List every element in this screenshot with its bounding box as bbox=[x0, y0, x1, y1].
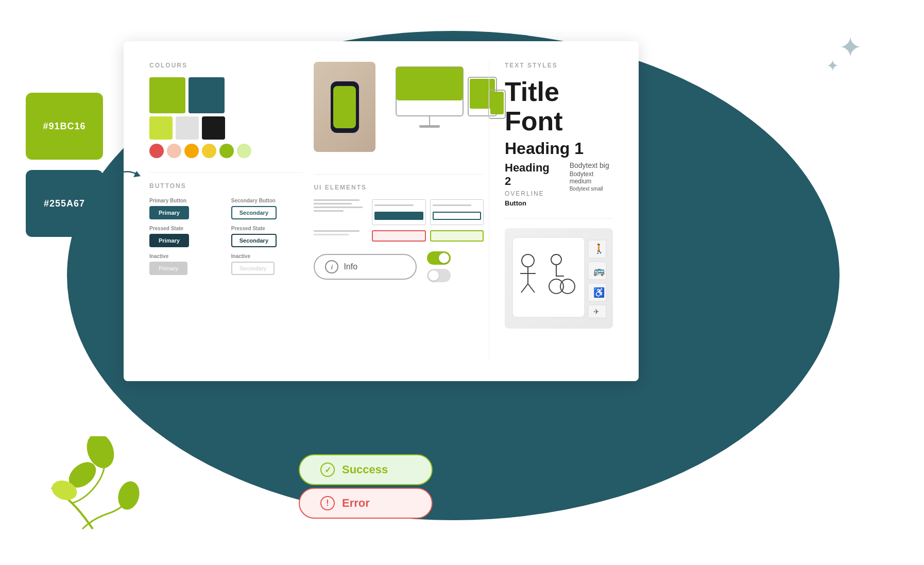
swatch-lightgreen-med bbox=[149, 116, 173, 140]
divider-3 bbox=[505, 218, 613, 219]
svg-text:🚌: 🚌 bbox=[593, 265, 605, 277]
toggle-off-knob bbox=[429, 270, 439, 281]
ui-filled-field-col bbox=[372, 199, 426, 225]
colour-swatches-medium-row bbox=[149, 116, 303, 140]
buttons-section: BUTTONS Primary Button Primary Secondary… bbox=[149, 182, 303, 275]
text-styles-lower: Heading 2 OVERLINE Button Bodytext big B… bbox=[505, 161, 613, 209]
svg-marker-0 bbox=[133, 171, 141, 177]
secondary-pressed-label: Pressed State bbox=[231, 226, 303, 231]
ui-text-lines bbox=[314, 199, 368, 225]
ui-error-field bbox=[372, 230, 426, 242]
ui-state-fields-grid bbox=[314, 230, 484, 242]
success-label: Success bbox=[342, 463, 388, 476]
primary-pressed-button[interactable]: Primary bbox=[149, 234, 189, 247]
error-label: Error bbox=[342, 496, 370, 510]
ui-field-outline-2 bbox=[430, 199, 484, 225]
secondary-button[interactable]: Secondary bbox=[231, 206, 277, 219]
button-text-display: Button bbox=[505, 199, 554, 207]
secondary-inactive-label: Inactive bbox=[231, 253, 303, 259]
phone-screen bbox=[333, 86, 356, 128]
secondary-button-label: Secondary Button bbox=[231, 198, 303, 203]
svg-rect-2 bbox=[396, 67, 463, 100]
error-field-box bbox=[372, 230, 426, 242]
field-filled-area bbox=[374, 212, 423, 220]
button-group-secondary-inactive: Inactive Secondary bbox=[231, 253, 303, 275]
info-icon-letter: i bbox=[331, 263, 333, 271]
phone-image bbox=[314, 62, 375, 152]
ui-empty-col bbox=[314, 230, 368, 242]
swatch-red-circle bbox=[149, 144, 164, 158]
ui-success-field bbox=[430, 230, 484, 242]
overline-display: OVERLINE bbox=[505, 190, 554, 197]
field-line-1 bbox=[374, 204, 414, 206]
primary-pressed-label: Pressed State bbox=[149, 226, 221, 231]
error-icon: ! bbox=[320, 496, 335, 510]
text-line-3 bbox=[314, 207, 362, 208]
bodytext-col: Bodytext big Bodytext medium Bodytext sm… bbox=[570, 161, 613, 192]
swatch-lightgreen-circle bbox=[237, 144, 251, 158]
color-badge-teal: #255A67 bbox=[26, 170, 103, 237]
secondary-pressed-button[interactable]: Secondary bbox=[231, 234, 277, 247]
button-group-primary-pressed: Pressed State Primary bbox=[149, 226, 221, 247]
text-line-1 bbox=[314, 199, 360, 201]
bodytext-medium-display: Bodytext medium bbox=[570, 170, 613, 185]
colours-section: COLOURS bbox=[149, 62, 303, 158]
text-styles-title: TEXT STYLES bbox=[505, 62, 613, 69]
text-line-4 bbox=[314, 210, 344, 212]
heading2-display: Heading 2 bbox=[505, 161, 554, 188]
secondary-inactive-button[interactable]: Secondary bbox=[231, 262, 275, 275]
arrow-decoration bbox=[100, 160, 142, 191]
swatch-grey-med bbox=[176, 116, 199, 140]
main-card: COLOURS bbox=[124, 41, 639, 381]
info-icon: i bbox=[325, 260, 338, 273]
sparkle-icon-2: ✦ bbox=[826, 57, 839, 75]
svg-rect-4 bbox=[419, 125, 440, 128]
swatch-orange-circle bbox=[184, 144, 199, 158]
text-styles-section: TEXT STYLES Title Font Heading 1 Heading… bbox=[505, 62, 613, 209]
svg-text:♿: ♿ bbox=[593, 287, 605, 298]
info-label: Info bbox=[344, 262, 357, 271]
color-badge-green: #91BC16 bbox=[26, 93, 103, 160]
color-badge-teal-label: #255A67 bbox=[44, 198, 85, 209]
color-badge-green-label: #91BC16 bbox=[43, 121, 85, 132]
primary-button[interactable]: Primary bbox=[149, 206, 189, 219]
primary-button-label: Primary Button bbox=[149, 198, 221, 203]
media-row bbox=[314, 62, 484, 165]
field-line-2 bbox=[433, 204, 472, 206]
title-font-display: Title Font bbox=[505, 77, 613, 136]
svg-rect-12 bbox=[512, 237, 585, 317]
swatch-green-circle bbox=[219, 144, 234, 158]
plant-decoration bbox=[41, 436, 144, 539]
swatch-teal-large bbox=[189, 77, 225, 113]
button-group-secondary-pressed: Pressed State Secondary bbox=[231, 226, 303, 247]
ui-elements-grid bbox=[314, 199, 484, 225]
toggle-on-knob bbox=[439, 253, 449, 263]
primary-inactive-button[interactable]: Primary bbox=[149, 262, 187, 275]
phone-device bbox=[331, 81, 359, 133]
success-field-box bbox=[430, 230, 484, 242]
divider-1 bbox=[149, 173, 303, 173]
buttons-title: BUTTONS bbox=[149, 182, 303, 190]
accessibility-svg: 🚶 🚌 ♿ ✈ bbox=[510, 235, 608, 322]
svg-text:✈: ✈ bbox=[593, 307, 600, 316]
bodytext-small-display: Bodytext small bbox=[570, 186, 613, 192]
right-column: TEXT STYLES Title Font Heading 1 Heading… bbox=[489, 62, 613, 361]
ui-elements-title: UI ELEMENTS bbox=[314, 184, 484, 191]
field-outlined-area bbox=[433, 212, 482, 220]
toggle-on[interactable] bbox=[427, 251, 451, 265]
info-pill: i Info bbox=[314, 254, 417, 280]
swatch-green-large bbox=[149, 77, 185, 113]
heading1-display: Heading 1 bbox=[505, 139, 613, 158]
ui-field-outline bbox=[372, 199, 426, 225]
ui-outline-field-col bbox=[430, 199, 484, 225]
info-toggle-row: i Info bbox=[314, 249, 484, 285]
state-line-1 bbox=[314, 230, 360, 232]
error-banner: ! Error bbox=[299, 488, 433, 519]
swatch-yellow-circle bbox=[202, 144, 216, 158]
toggle-off[interactable] bbox=[427, 269, 451, 282]
ui-elements-section: UI ELEMENTS bbox=[314, 184, 484, 285]
state-line-2 bbox=[314, 234, 349, 235]
svg-point-32 bbox=[115, 479, 142, 512]
bodytext-big-display: Bodytext big bbox=[570, 161, 613, 169]
success-banner: ✓ Success bbox=[299, 454, 433, 485]
